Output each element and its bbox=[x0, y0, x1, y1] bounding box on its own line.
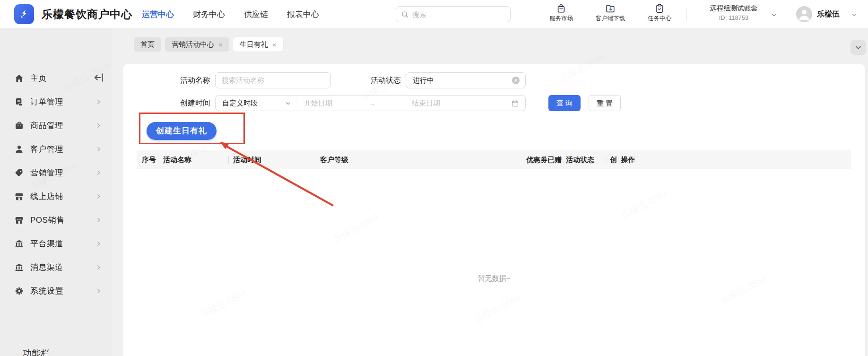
range-divider bbox=[297, 99, 297, 107]
activity-name-input-wrap[interactable] bbox=[215, 72, 331, 88]
header-tools: 服务市场 客户端下载 任务中心 bbox=[543, 3, 678, 23]
chevron-right-icon bbox=[95, 170, 102, 176]
range-type-select[interactable]: 自定义时段 bbox=[216, 99, 297, 108]
pos-store-icon bbox=[14, 215, 24, 225]
collapse-sidebar-icon[interactable] bbox=[93, 71, 105, 84]
sidebar-item-message-channel[interactable]: 消息渠道 bbox=[0, 255, 112, 279]
end-date-input[interactable]: 结束日期 bbox=[412, 99, 511, 108]
home-icon bbox=[14, 73, 24, 83]
sidebar-item-orders[interactable]: 订单管理 bbox=[0, 90, 112, 113]
client-download-icon bbox=[605, 3, 616, 14]
products-icon bbox=[14, 121, 24, 130]
sidebar-item-customers[interactable]: 客户管理 bbox=[0, 137, 112, 161]
tab-home[interactable]: 首页 bbox=[134, 37, 161, 52]
sidebar-item-products[interactable]: 商品管理 bbox=[0, 113, 112, 137]
header-divider bbox=[785, 9, 785, 20]
sidebar-item-pos[interactable]: POS销售 bbox=[0, 208, 112, 232]
chevron-right-icon bbox=[95, 241, 102, 247]
activity-status-value: 进行中 bbox=[413, 76, 512, 85]
client-download-label: 客户端下载 bbox=[596, 15, 625, 23]
tab-list-expand-button[interactable] bbox=[851, 40, 866, 55]
activity-status-select[interactable]: 进行中 ✕ bbox=[406, 72, 526, 88]
col-coupons-given: 优惠券已赠 bbox=[526, 150, 562, 169]
create-time-range-control[interactable]: 自定义时段 开始日期 → 结束日期 bbox=[215, 95, 526, 111]
orders-icon bbox=[14, 97, 24, 107]
query-button[interactable]: 查 询 bbox=[548, 95, 581, 111]
activity-name-input[interactable] bbox=[222, 76, 316, 84]
chevron-down-icon bbox=[285, 100, 291, 106]
chevron-right-icon bbox=[95, 288, 102, 294]
sidebar: 主页 订单管理 商品管理 bbox=[0, 28, 112, 356]
col-activity-name: 活动名称 bbox=[163, 150, 191, 169]
nav-finance[interactable]: 财务中心 bbox=[193, 9, 225, 20]
table-header: 序号 活动名称 活动时间 客户等级 优惠券已赠 活动状态 创 操作 bbox=[137, 150, 851, 169]
nav-operations[interactable]: 运营中心 bbox=[142, 9, 174, 20]
tab-birthday-gift[interactable]: 生日有礼 × bbox=[233, 37, 283, 52]
sidebar-item-online-store[interactable]: 线上店铺 bbox=[0, 184, 112, 208]
clear-icon[interactable]: ✕ bbox=[512, 77, 520, 84]
activity-name-label: 活动名称 bbox=[163, 72, 210, 88]
account-id: ID: 118753 bbox=[699, 14, 769, 21]
search-icon bbox=[401, 10, 409, 18]
close-icon[interactable]: × bbox=[218, 41, 223, 48]
empty-state-text: 暂无数据~ bbox=[123, 274, 865, 283]
nav-reports[interactable]: 报表中心 bbox=[287, 9, 319, 20]
nav-supply-chain[interactable]: 供应链 bbox=[244, 9, 268, 20]
col-index: 序号 bbox=[142, 150, 156, 169]
chevron-down-icon bbox=[855, 44, 862, 51]
platform-bank-icon bbox=[14, 239, 24, 249]
service-market-icon bbox=[556, 3, 566, 14]
reset-button[interactable]: 重 置 bbox=[589, 95, 621, 111]
customers-icon bbox=[14, 144, 24, 154]
chevron-right-icon bbox=[95, 122, 102, 129]
col-actions: 操作 bbox=[621, 150, 635, 169]
create-birthday-gift-button[interactable]: 创建生日有礼 bbox=[147, 122, 217, 140]
marketing-tag-icon bbox=[14, 168, 24, 178]
col-created-truncated: 创 bbox=[610, 150, 617, 169]
sidebar-item-home[interactable]: 主页 bbox=[0, 66, 112, 90]
sidebar-item-marketing[interactable]: 营销管理 bbox=[0, 161, 112, 184]
account-selector[interactable]: 远程组测试账套 ID: 118753 bbox=[699, 4, 769, 21]
service-market[interactable]: 服务市场 bbox=[543, 3, 580, 23]
brand-title: 乐檬餐饮商户中心 bbox=[42, 0, 132, 28]
user-chevron-down-icon[interactable] bbox=[851, 12, 857, 18]
close-icon[interactable]: × bbox=[272, 41, 277, 48]
chevron-right-icon bbox=[95, 217, 102, 223]
settings-gear-icon bbox=[14, 286, 24, 296]
sidebar-item-platform-channel[interactable]: 平台渠道 bbox=[0, 232, 112, 255]
online-store-icon bbox=[14, 191, 24, 201]
annotation-red-arrow bbox=[213, 137, 340, 210]
col-activity-status: 活动状态 bbox=[566, 150, 594, 169]
task-center[interactable]: 任务中心 bbox=[641, 3, 678, 23]
account-name: 远程组测试账套 bbox=[699, 4, 769, 13]
chevron-right-icon bbox=[95, 146, 102, 152]
user-name[interactable]: 乐檬伍 bbox=[817, 0, 840, 28]
task-center-label: 任务中心 bbox=[648, 15, 671, 23]
sidebar-item-settings[interactable]: 系统设置 bbox=[0, 279, 112, 303]
service-market-label: 服务市场 bbox=[549, 15, 573, 23]
sidebar-footer-clipped-label: 功能栏 bbox=[23, 347, 50, 356]
start-date-input[interactable]: 开始日期 bbox=[304, 99, 332, 108]
message-bank-icon bbox=[14, 262, 24, 272]
client-download[interactable]: 客户端下载 bbox=[592, 3, 629, 23]
account-chevron-down-icon[interactable] bbox=[771, 12, 777, 18]
search-input[interactable] bbox=[412, 10, 502, 18]
chevron-right-icon bbox=[95, 264, 102, 270]
chevron-right-icon bbox=[95, 193, 102, 200]
range-arrow: → bbox=[332, 99, 412, 107]
app-header: 乐檬餐饮商户中心 运营中心 财务中心 供应链 报表中心 服务市场 bbox=[0, 0, 868, 28]
tab-marketing-center[interactable]: 营销活动中心 × bbox=[165, 37, 229, 52]
calendar-icon[interactable] bbox=[511, 99, 519, 107]
global-search[interactable] bbox=[396, 6, 511, 22]
activity-status-label: 活动状态 bbox=[354, 72, 401, 88]
task-center-icon bbox=[654, 3, 665, 14]
avatar[interactable] bbox=[796, 6, 812, 22]
col-customer-level: 客户等级 bbox=[320, 150, 348, 169]
col-activity-time: 活动时间 bbox=[233, 150, 261, 169]
create-time-label: 创建时间 bbox=[163, 95, 210, 111]
brand-logo-icon bbox=[14, 4, 34, 24]
top-nav: 运营中心 财务中心 供应链 报表中心 bbox=[142, 0, 319, 28]
chevron-right-icon bbox=[95, 99, 102, 105]
header-divider bbox=[686, 9, 687, 20]
open-page-tabs: 首页 营销活动中心 × 生日有礼 × bbox=[134, 37, 283, 52]
